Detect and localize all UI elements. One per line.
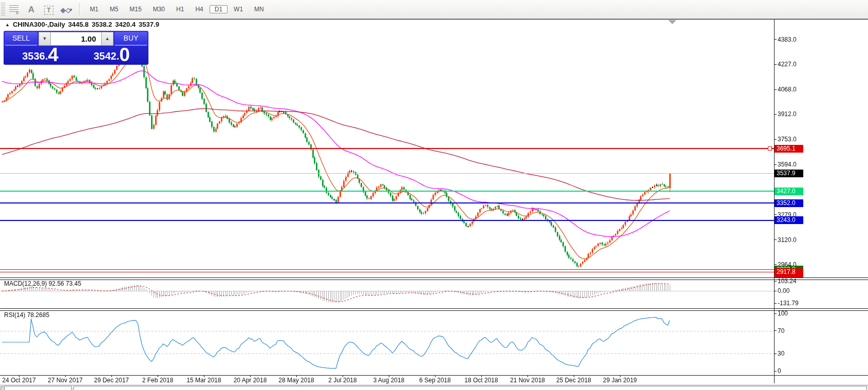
buy-price-big-digit: 0: [119, 46, 130, 64]
chart-shift-marker[interactable]: [668, 20, 676, 24]
toolbar-separator: [79, 3, 80, 15]
price-tick-label: 4068.0: [778, 86, 797, 93]
rsi-pane-separator[interactable]: [0, 308, 868, 311]
chart-tab[interactable]: [4, 386, 72, 390]
symbol-period-label: CHINA300-,Daily: [13, 21, 65, 28]
rsi-tick-label: 0: [778, 367, 781, 375]
volume-decrease-button[interactable]: ▼: [39, 32, 51, 46]
price-line-3243[interactable]: [0, 220, 774, 221]
date-axis-separator: [0, 375, 868, 376]
sell-button[interactable]: SELL: [5, 32, 37, 46]
date-label: 15 Mar 2018: [186, 377, 221, 384]
macd-tick-label: 103.24: [778, 277, 797, 285]
volume-input[interactable]: 1.00: [51, 32, 101, 46]
fibonacci-tool-icon[interactable]: F: [7, 2, 21, 15]
price-tick-dash: [774, 89, 777, 90]
date-label: 25 Dec 2018: [556, 377, 591, 384]
chart-header: ▲ CHINA300-,Daily 3445.8 3538.2 3420.4 3…: [5, 21, 159, 28]
ohlc-low: 3420.4: [115, 21, 136, 28]
timeframe-h4[interactable]: H4: [190, 5, 208, 13]
rsi-tick-label: 30: [778, 350, 784, 357]
price-tick-label: 4383.0: [778, 36, 797, 43]
macd-tick-dash: [774, 281, 777, 282]
one-click-trade-panel: SELL ▼ 1.00 ▲ BUY 3536 . 4 3542 . 0: [4, 31, 148, 65]
macd-tick-label: -131.79: [778, 300, 799, 307]
price-line-3427[interactable]: [0, 191, 774, 192]
price-line-3537.9[interactable]: [0, 173, 774, 174]
rsi-tick-dash: [774, 330, 777, 331]
macd-tick-dash: [774, 291, 777, 291]
buy-price-main: 3542: [93, 48, 117, 64]
date-label: 20 Apr 2018: [234, 377, 267, 384]
price-line-2917.8[interactable]: [0, 272, 774, 272]
timeframe-m15[interactable]: M15: [124, 5, 146, 13]
drawing-tools-group: FAT◆◇▾: [5, 2, 75, 17]
date-label: 29 Dec 2017: [94, 377, 129, 384]
price-tick-dash: [774, 264, 777, 265]
ohlc-high: 3538.2: [92, 21, 112, 28]
buy-button[interactable]: BUY: [115, 32, 147, 46]
chart-tab-area[interactable]: [73, 386, 867, 390]
date-label: 27 Nov 2017: [48, 377, 83, 384]
price-tick-dash: [774, 114, 777, 115]
price-badge-3427.0: 3427.0: [775, 188, 803, 195]
price-tick-label: 3753.0: [778, 136, 797, 143]
toolbar-grip[interactable]: [1, 3, 5, 16]
macd-tick-dash: [774, 303, 777, 304]
timeframe-w1[interactable]: W1: [229, 5, 248, 13]
volume-increase-button[interactable]: ▲: [101, 32, 114, 46]
rsi-tick-label: 100: [778, 310, 788, 317]
macd-tick-label: 0.00: [778, 287, 789, 294]
arrow-tools-icon[interactable]: ◆◇▾: [60, 3, 73, 16]
price-tick-dash: [774, 39, 777, 40]
price-badge-3243.0: 3243.0: [775, 216, 803, 224]
rsi-tick-dash: [774, 354, 777, 354]
ohlc-open: 3445.8: [68, 21, 89, 28]
timeframe-m1[interactable]: M1: [85, 5, 104, 13]
sell-price-main: 3536: [22, 48, 45, 64]
timeframe-d1[interactable]: D1: [210, 5, 228, 13]
mt4-chart-window: FAT◆◇▾ M1M5M15M30H1H4D1W1MN ▲ CHINA300-,…: [0, 0, 868, 390]
text-label-tool-icon[interactable]: T: [42, 4, 55, 17]
timeframe-m30[interactable]: M30: [148, 5, 170, 13]
date-label: 21 Nov 2018: [510, 377, 545, 384]
rsi-tick-dash: [774, 313, 777, 314]
date-label: 6 Sep 2018: [419, 377, 450, 384]
line-endpoint-handle[interactable]: [768, 146, 772, 151]
price-line-3352[interactable]: [0, 202, 774, 203]
date-label: 2 Feb 2018: [142, 377, 174, 384]
rsi-label: RSI(14) 78.2685: [4, 311, 49, 319]
timeframe-h1[interactable]: H1: [171, 5, 189, 13]
date-label: 18 Oct 2018: [464, 377, 498, 384]
price-tick-label: 3912.0: [778, 110, 797, 118]
price-tick-dash: [774, 239, 777, 240]
text-tool-icon[interactable]: A: [25, 3, 38, 16]
date-label: 29 Jan 2019: [603, 377, 637, 384]
price-badge-2917.8: 2917.8: [775, 268, 803, 277]
price-line-2933.8[interactable]: [0, 269, 774, 270]
price-tick-dash: [774, 139, 777, 140]
buy-price[interactable]: 3542 . 0: [76, 46, 147, 64]
price-tick-label: 3120.0: [778, 236, 797, 244]
ohlc-close: 3537.9: [139, 21, 159, 28]
price-badge-3537.9: 3537.9: [775, 170, 803, 177]
price-line-3695.1[interactable]: [0, 148, 774, 149]
macd-label: MACD(12,26,9) 92.56 73.45: [4, 280, 81, 287]
price-tick-dash: [774, 64, 777, 65]
date-label: 3 Aug 2018: [373, 377, 405, 384]
sell-price[interactable]: 3536 . 4: [5, 46, 76, 64]
chart-frame-top: [0, 19, 868, 20]
timeframe-mn[interactable]: MN: [249, 5, 269, 13]
date-label: 28 May 2018: [278, 377, 314, 384]
sell-price-big-digit: 4: [48, 46, 59, 64]
timeframe-m5[interactable]: M5: [105, 5, 124, 13]
rsi-tick-label: 70: [778, 327, 784, 335]
toolbar: FAT◆◇▾ M1M5M15M30H1H4D1W1MN: [0, 0, 868, 19]
price-tick-dash: [774, 214, 777, 215]
date-label: 2 Jul 2018: [328, 377, 356, 384]
collapse-panel-icon[interactable]: ▲: [5, 22, 10, 27]
price-badge-3352.0: 3352.0: [775, 199, 803, 207]
macd-pane-separator[interactable]: [0, 277, 868, 280]
price-tick-dash: [774, 164, 777, 165]
rsi-tick-dash: [774, 371, 777, 372]
